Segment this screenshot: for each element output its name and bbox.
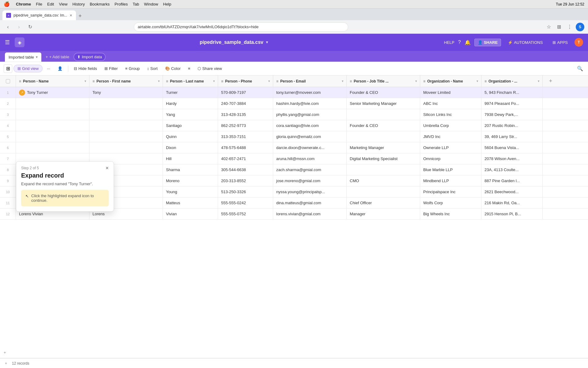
tab-menu[interactable]: Tab	[133, 2, 139, 6]
cell-orgaddr[interactable]: 216 Makin Rd, Oa...	[481, 197, 543, 208]
apps-button[interactable]: ⊞ APPS	[549, 39, 571, 46]
cell-phone[interactable]: 305-544-6638	[218, 164, 273, 175]
cell-orgname[interactable]: ABC Inc	[420, 98, 481, 109]
col-header-orgname[interactable]: ≡ Organization - Name ▾	[420, 75, 481, 87]
reload-button[interactable]: ↻	[26, 23, 34, 31]
cell-orgaddr[interactable]: 7938 Dewy Park,...	[481, 109, 543, 120]
search-button[interactable]: 🔍	[576, 64, 584, 73]
share-button[interactable]: 👤 SHARE	[474, 39, 501, 46]
row-checkbox-cell[interactable]: 11	[0, 197, 16, 208]
sort-button[interactable]: ↕ Sort	[144, 64, 160, 73]
cell-orgname[interactable]: Principalspace Inc	[420, 186, 481, 197]
cell-jobtitle[interactable]: Manager	[347, 209, 420, 219]
cell-orgname[interactable]: Big Wheels Inc	[420, 209, 481, 219]
profile-button[interactable]: S	[576, 23, 584, 31]
cell-lname[interactable]: Santiago	[163, 120, 218, 131]
row-height-button[interactable]: ≡	[185, 64, 194, 73]
view-menu[interactable]: View	[59, 2, 67, 6]
window-menu[interactable]: Window	[144, 2, 158, 6]
cell-email[interactable]: darcie.dixon@ownerate.c...	[273, 142, 347, 153]
cell-name[interactable]	[16, 109, 89, 120]
table-row[interactable]: 4Santiago862-252-9773cora.santiago@lvie.…	[0, 120, 588, 131]
cell-phone[interactable]: 513-250-3326	[218, 186, 273, 197]
cell-email[interactable]: zach.sharma@gmial.com	[273, 164, 347, 175]
edit-menu[interactable]: Edit	[47, 2, 54, 6]
cell-name[interactable]: ↗Tony Turner	[16, 87, 89, 98]
cell-fname[interactable]	[89, 131, 163, 142]
cell-email[interactable]: cora.santiago@lvie.com	[273, 120, 347, 131]
add-footer-icon[interactable]: +	[5, 361, 7, 366]
cell-phone[interactable]: 313-428-3135	[218, 109, 273, 120]
cell-lname[interactable]: Hill	[163, 153, 218, 164]
help-icon[interactable]: ?	[458, 40, 461, 45]
cell-orgaddr[interactable]: 23A, 4113 Coulte...	[481, 164, 543, 175]
new-tab-button[interactable]: +	[76, 12, 85, 20]
row-checkbox-cell[interactable]: 5	[0, 131, 16, 142]
col-header-lname[interactable]: ≡ Person - Last name ▾	[163, 75, 218, 87]
color-button[interactable]: 🎨 Color	[162, 64, 184, 73]
cell-jobtitle[interactable]: Chief Officer	[347, 197, 420, 208]
history-menu[interactable]: History	[72, 2, 85, 6]
col-header-fname[interactable]: ≡ Person - First name ▾	[89, 75, 163, 87]
row-checkbox-cell[interactable]: 1	[0, 87, 16, 98]
cell-phone[interactable]: 402-657-2471	[218, 153, 273, 164]
row-checkbox-cell[interactable]: 6	[0, 142, 16, 153]
table-row[interactable]: 5Quinn313-353-7151gloria.quinn@emailz.co…	[0, 131, 588, 142]
cell-orgname[interactable]: Mindbend LLP	[420, 175, 481, 186]
cell-email[interactable]: dina.matteus@gmial.com	[273, 197, 347, 208]
profiles-menu[interactable]: Profiles	[115, 2, 128, 6]
address-bar[interactable]: airtable.com/tblUhATZDzmqnXak7/viwMnILO6…	[134, 22, 348, 32]
cell-orgaddr[interactable]: 207 Rustic Robin...	[481, 120, 543, 131]
cell-orgaddr[interactable]: 2621 Beechwood...	[481, 186, 543, 197]
table-row[interactable]: 3Yang313-428-3135phyllis.yang@gmial.comS…	[0, 109, 588, 120]
more-views-button[interactable]: ···	[44, 64, 53, 73]
cell-orgaddr[interactable]: 2915 Henson Pl, B...	[481, 209, 543, 219]
title-dropdown-arrow[interactable]: ▼	[265, 40, 269, 44]
cell-orgname[interactable]: JMVD Inc	[420, 131, 481, 142]
cell-fname[interactable]: Tony	[89, 87, 163, 98]
header-checkbox-cell[interactable]	[0, 75, 16, 87]
group-button[interactable]: ≡ Group	[122, 64, 143, 73]
popover-close-button[interactable]: ×	[105, 165, 109, 171]
help-menu[interactable]: Help	[163, 2, 172, 6]
active-tab[interactable]: A pipedrive_sample_data.csv: Im... ×	[2, 10, 76, 20]
cell-name[interactable]	[16, 142, 89, 153]
cell-phone[interactable]: 240-707-3884	[218, 98, 273, 109]
select-all-checkbox[interactable]	[6, 79, 10, 83]
add-table-button[interactable]: + + Add table	[43, 52, 72, 61]
cell-lname[interactable]: Yang	[163, 109, 218, 120]
col-name-sort[interactable]: ▾	[85, 79, 86, 83]
cell-lname[interactable]: Matteus	[163, 197, 218, 208]
cell-phone[interactable]: 555-555-0242	[218, 197, 273, 208]
cell-phone[interactable]: 862-252-9773	[218, 120, 273, 131]
cell-orgaddr[interactable]: 2078 Wilson Aven...	[481, 153, 543, 164]
cell-email[interactable]: gloria.quinn@emailz.com	[273, 131, 347, 142]
cell-email[interactable]: tony.turner@moveer.com	[273, 87, 347, 98]
user-avatar[interactable]: T	[575, 38, 583, 47]
cell-phone[interactable]: 570-809-7197	[218, 87, 273, 98]
hide-fields-button[interactable]: ⊟ Hide fields	[71, 64, 100, 73]
import-data-button[interactable]: ⬆ Import data	[74, 53, 106, 61]
col-email-sort[interactable]: ▾	[342, 79, 343, 83]
row-checkbox-cell[interactable]: 3	[0, 109, 16, 120]
cell-jobtitle[interactable]	[347, 164, 420, 175]
extensions-button[interactable]: ⊞	[555, 23, 564, 31]
apple-menu[interactable]: 🍎	[4, 1, 10, 7]
add-row-button[interactable]: +	[0, 347, 588, 358]
file-menu[interactable]: File	[36, 2, 42, 6]
cell-fname[interactable]	[89, 120, 163, 131]
collaborators-button[interactable]: 👤	[55, 64, 66, 73]
expand-view-button[interactable]: ⊞	[4, 64, 12, 73]
grid-view-button[interactable]: ⊞ Grid view	[13, 65, 43, 72]
cell-phone[interactable]: 203-313-8552	[218, 175, 273, 186]
cell-lname[interactable]: Young	[163, 186, 218, 197]
col-header-phone[interactable]: ≡ Person - Phone ▾	[218, 75, 273, 87]
row-checkbox-cell[interactable]: 10	[0, 186, 16, 197]
share-view-button[interactable]: ⬡ Share view	[194, 64, 225, 73]
cell-email[interactable]: hashim.hardy@lvie.com	[273, 98, 347, 109]
col-fname-sort[interactable]: ▾	[158, 79, 160, 83]
help-label[interactable]: HELP	[444, 40, 454, 45]
cell-jobtitle[interactable]: Digital Marketing Specialist	[347, 153, 420, 164]
col-header-jobtitle[interactable]: ≡ Person - Job Title ... ▾	[347, 75, 420, 87]
col-lname-sort[interactable]: ▾	[213, 79, 215, 83]
